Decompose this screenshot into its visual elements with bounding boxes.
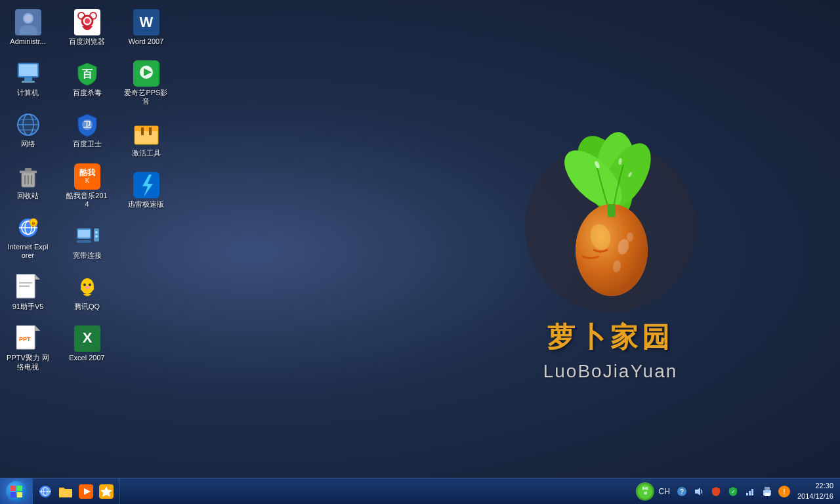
- windows-logo: [10, 485, 23, 498]
- computer-label: 计算机: [17, 89, 39, 97]
- svg-rect-66: [135, 126, 158, 131]
- svg-rect-47: [78, 230, 90, 238]
- xitong-badge[interactable]: 系统 城: [636, 482, 654, 501]
- iqiyi-label: 爱奇艺PPS影音: [124, 89, 168, 106]
- network-label: 网络: [21, 140, 35, 148]
- svg-text:X: X: [82, 329, 92, 346]
- svg-point-13: [18, 114, 39, 135]
- media-quick-icon[interactable]: [77, 482, 95, 501]
- tray-security-icon[interactable]: [709, 484, 723, 499]
- svg-rect-87: [608, 204, 616, 217]
- star-quick-icon[interactable]: [97, 482, 116, 501]
- taskbar: 系统 城 CH ?: [0, 478, 840, 504]
- svg-rect-88: [10, 486, 16, 491]
- svg-text:!: !: [783, 488, 785, 495]
- svg-rect-68: [149, 127, 152, 135]
- broadband-label: 宽带连接: [73, 251, 102, 260]
- svg-point-39: [85, 18, 90, 24]
- svg-text:卫: 卫: [83, 120, 92, 129]
- word-icon[interactable]: W Word 2007: [121, 7, 171, 49]
- desktop: Administr... 计算机: [0, 0, 840, 504]
- svg-point-51: [95, 235, 98, 238]
- logo-en: LuoBoJiaYuan: [543, 361, 678, 382]
- recycle-icon[interactable]: 回收站: [3, 161, 52, 203]
- tray-language[interactable]: CH: [657, 487, 672, 496]
- svg-rect-90: [10, 492, 16, 497]
- svg-rect-30: [19, 285, 30, 287]
- tray-extra-icon[interactable]: !: [777, 484, 791, 499]
- svg-rect-91: [17, 492, 22, 497]
- excel-label: Excel 2007: [69, 354, 104, 362]
- tray-printer-icon[interactable]: [760, 484, 774, 499]
- svg-rect-16: [25, 168, 32, 171]
- icon-column-2: 百度浏览器 百 百度杀毒 卫: [62, 7, 118, 378]
- svg-rect-48: [77, 240, 91, 243]
- start-orb: [6, 481, 27, 502]
- baidu-antivirus-icon[interactable]: 百 百度杀毒: [62, 58, 112, 100]
- kuwo-music-icon[interactable]: 酷我 K 酷我音乐2014: [62, 161, 112, 211]
- kuwo-label: 酷我音乐2014: [65, 192, 109, 209]
- tray-network-icon[interactable]: [743, 484, 757, 499]
- svg-text:酷我: 酷我: [79, 168, 96, 177]
- xitong-logo-icon: 系统 城: [636, 482, 654, 501]
- tray-clock[interactable]: 22:30 2014/12/16: [794, 481, 837, 501]
- svg-rect-89: [17, 486, 22, 491]
- tray-shield-icon[interactable]: ✓: [726, 484, 740, 499]
- svg-point-56: [89, 284, 91, 286]
- administrator-label: Administr...: [10, 37, 45, 46]
- svg-rect-5: [19, 64, 37, 76]
- folder-quick-icon[interactable]: [56, 482, 75, 501]
- ie-icon[interactable]: e Internet Explorer: [3, 212, 52, 262]
- svg-rect-109: [746, 493, 748, 495]
- thunder-icon[interactable]: 迅雷极速版: [121, 169, 171, 211]
- baidu-antivirus-label: 百度杀毒: [73, 89, 102, 97]
- network-icon[interactable]: 网络: [3, 109, 52, 151]
- word-label: Word 2007: [129, 37, 164, 46]
- svg-marker-28: [35, 274, 40, 280]
- svg-point-55: [83, 284, 86, 286]
- iqiyi-icon[interactable]: 爱奇艺PPS影音: [121, 58, 171, 108]
- icon-column-1: Administr... 计算机: [3, 7, 59, 378]
- activation-tool-icon[interactable]: 激活工具: [121, 118, 171, 160]
- computer-icon[interactable]: 计算机: [3, 58, 52, 100]
- svg-rect-96: [59, 489, 72, 497]
- svg-text:W: W: [139, 14, 153, 30]
- tray-help-icon[interactable]: ?: [675, 484, 689, 499]
- 91assistant-icon[interactable]: 91助手V5: [3, 272, 52, 314]
- svg-text:?: ?: [680, 488, 684, 495]
- baidu-guard-icon[interactable]: 卫 百度卫士: [62, 109, 112, 151]
- svg-point-82: [576, 204, 648, 296]
- svg-rect-114: [765, 493, 770, 496]
- baidu-browser-label: 百度浏览器: [69, 37, 105, 46]
- svg-rect-29: [19, 282, 32, 284]
- broadband-icon[interactable]: 宽带连接: [62, 220, 112, 262]
- start-button[interactable]: [0, 478, 33, 505]
- administrator-icon[interactable]: Administr...: [3, 7, 52, 49]
- svg-point-86: [627, 232, 633, 242]
- recycle-label: 回收站: [17, 192, 39, 200]
- excel-icon[interactable]: X Excel 2007: [62, 323, 112, 365]
- logo-cn: 萝卜家园: [547, 319, 673, 356]
- pptv-icon[interactable]: PPT PPTV聚力 网络电视: [3, 323, 52, 373]
- svg-rect-111: [751, 489, 753, 495]
- tray-volume-icon[interactable]: [692, 484, 706, 499]
- svg-marker-33: [35, 326, 40, 331]
- activation-tool-label: 激活工具: [132, 149, 161, 158]
- svg-rect-113: [765, 487, 770, 490]
- svg-rect-110: [749, 491, 751, 495]
- svg-point-50: [95, 231, 98, 234]
- ie-quick-icon[interactable]: [36, 482, 54, 501]
- qq-icon[interactable]: 腾讯QQ: [62, 272, 112, 314]
- carrot-svg: [512, 122, 709, 319]
- svg-text:PPT: PPT: [19, 336, 31, 343]
- svg-marker-107: [695, 488, 700, 495]
- svg-text:e: e: [32, 220, 35, 226]
- system-tray: 系统 城 CH ?: [633, 478, 840, 504]
- svg-rect-6: [24, 77, 32, 81]
- 91assistant-label: 91助手V5: [12, 303, 44, 311]
- quick-launch: [33, 478, 119, 504]
- thunder-label: 迅雷极速版: [128, 200, 164, 209]
- baidu-browser-icon[interactable]: 百度浏览器: [62, 7, 112, 49]
- pptv-label: PPTV聚力 网络电视: [6, 354, 50, 371]
- wallpaper-logo: 萝卜家园 LuoBoJiaYuan: [512, 122, 709, 382]
